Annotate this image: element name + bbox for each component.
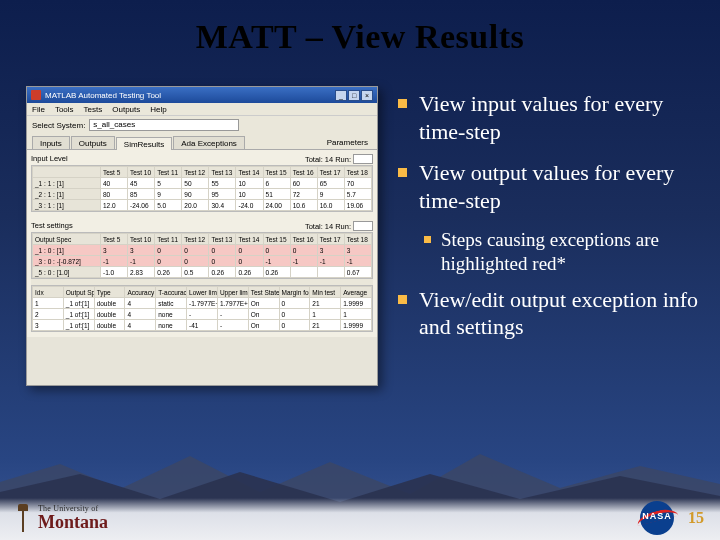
run-label-2: Run: xyxy=(335,222,351,231)
bullet-2: View output values for every time-step xyxy=(396,159,700,214)
page-number: 15 xyxy=(678,509,706,527)
select-system-label: Select System: xyxy=(32,121,85,130)
inputs-panel: Input Level Total: 14 Run: Test 5Test 10… xyxy=(27,150,377,217)
run-label: Run: xyxy=(335,155,351,164)
settings-grid[interactable]: IdxOutput SpecTypeAccuracyT-accuracyLowe… xyxy=(31,285,373,332)
close-button[interactable]: × xyxy=(361,90,373,101)
bullet-1-text: View input values for every time-step xyxy=(419,90,700,145)
run-input[interactable] xyxy=(353,154,373,164)
uni-line2: Montana xyxy=(38,513,108,531)
inputs-grid[interactable]: Test 5Test 10Test 11Test 12Test 13Test 1… xyxy=(31,165,373,212)
system-row: Select System: s_all_cases xyxy=(27,116,377,134)
total-label: Total: xyxy=(305,155,323,164)
test-settings-label: Test settings xyxy=(31,221,99,231)
app-screenshot: MATLAB Automated Testing Tool _ □ × File… xyxy=(26,86,378,386)
bullet-list: View input values for every time-step Vi… xyxy=(396,86,700,386)
tab-ada-exceptions[interactable]: Ada Exceptions xyxy=(173,136,245,149)
bullet-3: View/edit output exception info and sett… xyxy=(396,286,700,341)
nasa-logo: NASA xyxy=(636,501,678,535)
total-count-2: 14 xyxy=(325,222,333,231)
bullet-icon xyxy=(398,168,407,177)
menu-help[interactable]: Help xyxy=(150,105,166,114)
menu-outputs[interactable]: Outputs xyxy=(112,105,140,114)
menu-file[interactable]: File xyxy=(32,105,45,114)
tab-strip: Inputs Outputs SimResults Ada Exceptions… xyxy=(27,134,377,150)
minimize-button[interactable]: _ xyxy=(335,90,347,101)
tab-inputs[interactable]: Inputs xyxy=(32,136,70,149)
menu-tools[interactable]: Tools xyxy=(55,105,74,114)
system-select[interactable]: s_all_cases xyxy=(89,119,239,131)
menubar: File Tools Tests Outputs Help xyxy=(27,103,377,116)
slide-title: MATT – View Results xyxy=(0,0,720,64)
sub-bullet-1-text: Steps causing exceptions are highlighted… xyxy=(441,228,700,276)
inputs-label: Input Level xyxy=(31,154,99,164)
run-input-2[interactable] xyxy=(353,221,373,231)
test-settings-panel: Test settings Total: 14 Run: Output Spec… xyxy=(27,217,377,337)
university-logo: The University of Montana xyxy=(14,504,108,532)
nasa-text: NASA xyxy=(640,511,674,521)
window-title: MATLAB Automated Testing Tool xyxy=(45,91,161,100)
window-titlebar: MATLAB Automated Testing Tool _ □ × xyxy=(27,87,377,103)
app-icon xyxy=(31,90,41,100)
bullet-icon xyxy=(424,236,431,243)
tab-simresults[interactable]: SimResults xyxy=(116,137,172,150)
content-row: MATLAB Automated Testing Tool _ □ × File… xyxy=(0,64,720,386)
tab-outputs[interactable]: Outputs xyxy=(71,136,115,149)
bullet-3-text: View/edit output exception info and sett… xyxy=(419,286,700,341)
total-label-2: Total: xyxy=(305,222,323,231)
bullet-2-text: View output values for every time-step xyxy=(419,159,700,214)
lamp-icon xyxy=(14,504,32,532)
bullet-icon xyxy=(398,99,407,108)
total-count: 14 xyxy=(325,155,333,164)
window-controls: _ □ × xyxy=(335,90,373,101)
bullet-1: View input values for every time-step xyxy=(396,90,700,145)
sub-bullet-1: Steps causing exceptions are highlighted… xyxy=(422,228,700,276)
parameters-link[interactable]: Parameters xyxy=(323,136,372,149)
outputs-grid[interactable]: Output SpecTest 5Test 10Test 11Test 12Te… xyxy=(31,232,373,279)
menu-tests[interactable]: Tests xyxy=(84,105,103,114)
footer: The University of Montana NASA 15 xyxy=(0,498,720,540)
maximize-button[interactable]: □ xyxy=(348,90,360,101)
bullet-icon xyxy=(398,295,407,304)
